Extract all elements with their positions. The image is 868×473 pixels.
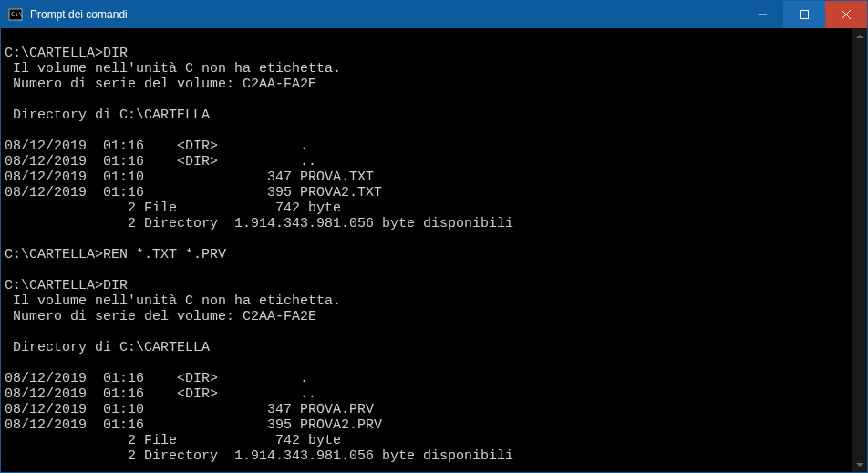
cmd-icon: C:\ <box>8 7 23 22</box>
window-titlebar: C:\ Prompt dei comandi <box>1 1 867 28</box>
vertical-scrollbar[interactable] <box>852 28 867 472</box>
scroll-down-arrow[interactable] <box>852 457 867 472</box>
terminal-output[interactable]: C:\CARTELLA>DIR Il volume nell'unità C n… <box>1 28 852 472</box>
terminal-wrapper: C:\CARTELLA>DIR Il volume nell'unità C n… <box>1 28 867 472</box>
minimize-button[interactable] <box>741 1 783 28</box>
svg-text:C:\: C:\ <box>11 11 23 18</box>
scroll-up-arrow[interactable] <box>852 28 867 44</box>
svg-rect-3 <box>801 11 809 19</box>
close-button[interactable] <box>825 1 867 28</box>
window-controls <box>741 1 867 28</box>
maximize-button[interactable] <box>783 1 825 28</box>
window-title: Prompt dei comandi <box>28 8 741 21</box>
